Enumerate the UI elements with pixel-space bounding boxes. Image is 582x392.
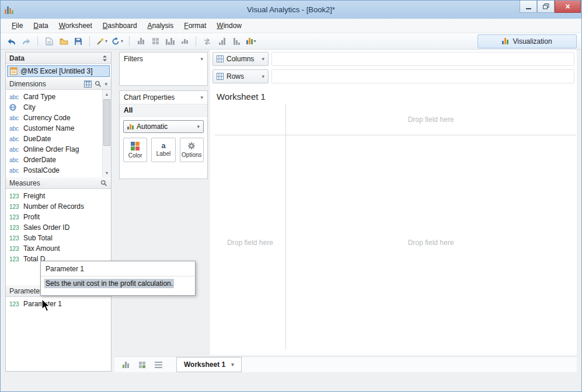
label-button-label: Label xyxy=(156,150,170,157)
datasource-item[interactable]: @MS Excel [Untitled 3] xyxy=(7,65,110,77)
columns-drop-zone[interactable]: Drop field here xyxy=(286,104,576,135)
columns-shelf-droparea[interactable] xyxy=(271,52,574,66)
numeric-field-icon: 123 xyxy=(9,204,21,210)
scroll-up-icon[interactable]: ▲ xyxy=(103,90,111,99)
menu-window[interactable]: Window xyxy=(211,19,247,32)
sheet-sorter-button[interactable] xyxy=(152,359,165,370)
mark-type-value: Automatic xyxy=(137,123,168,131)
sort-ascending-icon xyxy=(219,38,225,45)
text-field-icon: abc xyxy=(9,146,21,153)
save-icon xyxy=(74,37,82,46)
rows-drop-zone[interactable]: Drop field here xyxy=(215,135,285,349)
measure-row[interactable]: 123Profit xyxy=(6,212,111,222)
menu-analysis[interactable]: Analysis xyxy=(142,19,179,32)
search-icon[interactable] xyxy=(100,180,107,187)
sort-descending-button[interactable] xyxy=(230,35,243,48)
measures-header[interactable]: Measures xyxy=(6,177,111,189)
menu-file[interactable]: File xyxy=(6,19,28,32)
rows-label: Rows xyxy=(226,72,244,80)
color-button[interactable]: Color xyxy=(123,138,147,162)
all-label: All xyxy=(124,106,133,114)
duplicate-sheet-button[interactable] xyxy=(163,35,176,48)
redo-button[interactable] xyxy=(20,35,33,48)
dimension-row[interactable]: abcDueDate xyxy=(6,134,111,144)
measure-row[interactable]: 123Number of Records xyxy=(6,201,111,212)
dimension-row[interactable]: abcOrderDate xyxy=(6,155,111,165)
numeric-field-icon: 123 xyxy=(9,235,21,242)
sort-ascending-button[interactable] xyxy=(215,35,228,48)
worksheet-canvas: Drop field here Drop field here Drop fie… xyxy=(215,104,576,349)
highlight-button[interactable]: ▾ xyxy=(245,35,257,48)
dimension-row[interactable]: abcPostalCode xyxy=(6,165,111,176)
toolbar: ▾ ▾ ▾ xyxy=(1,33,581,50)
rows-shelf-droparea[interactable] xyxy=(271,69,574,83)
measure-row[interactable]: 123Tax Amount xyxy=(6,243,111,254)
menu-worksheet[interactable]: Worksheet xyxy=(54,19,97,32)
data-panel-header[interactable]: Data xyxy=(6,52,111,64)
worksheet-tab-label: Worksheet 1 xyxy=(184,360,225,369)
worksheet-tab-caret-icon[interactable]: ▾ xyxy=(231,362,234,368)
new-workbook-button[interactable] xyxy=(43,35,55,48)
text-field-icon: abc xyxy=(9,115,21,121)
chart-add-icon xyxy=(138,38,144,44)
parameter-row[interactable]: 123Parameter 1 xyxy=(6,299,111,309)
new-worksheet-button[interactable] xyxy=(134,35,147,48)
close-button[interactable]: × xyxy=(555,1,581,13)
new-worksheet-tab-button[interactable] xyxy=(119,359,132,370)
main-drop-zone[interactable]: Drop field here xyxy=(286,135,576,349)
shelf-grid-icon xyxy=(217,55,224,62)
mark-type-dropdown[interactable]: Automatic ▾ xyxy=(123,120,204,133)
dimension-row[interactable]: City xyxy=(6,102,111,113)
dimensions-header[interactable]: Dimensions ▾ xyxy=(6,78,111,90)
undo-button[interactable] xyxy=(5,35,18,48)
scrollbar-thumb[interactable] xyxy=(103,99,110,146)
grid-icon xyxy=(152,37,159,45)
chart-properties-header[interactable]: Chart Properties ▾ xyxy=(120,91,207,104)
dimensions-list: abcCard Type City abcCurrency Code abcCu… xyxy=(6,90,111,177)
label-button[interactable]: a Label xyxy=(151,138,175,162)
visualization-toggle-button[interactable]: Visualization xyxy=(478,34,577,48)
chart-properties-menu-caret-icon[interactable]: ▾ xyxy=(200,94,203,100)
minimize-icon xyxy=(526,8,531,9)
open-workbook-button[interactable] xyxy=(57,35,70,48)
rows-shelf-chip[interactable]: Rows ▾ xyxy=(212,69,269,83)
search-icon[interactable] xyxy=(95,80,102,88)
measure-row[interactable]: 123Sub Total xyxy=(6,233,111,243)
dimension-row[interactable]: abcCustomer Name xyxy=(6,123,111,134)
add-data-button[interactable]: ▾ xyxy=(95,35,109,48)
columns-caret-icon: ▾ xyxy=(262,56,264,62)
numeric-field-icon: 123 xyxy=(9,256,21,262)
menu-format[interactable]: Format xyxy=(179,19,211,32)
menu-dashboard[interactable]: Dashboard xyxy=(97,19,142,32)
shelf-grid-icon xyxy=(217,73,224,80)
maximize-button[interactable] xyxy=(537,1,555,13)
app-window: Visual Analytics - [Book2]* × File Data … xyxy=(0,0,582,392)
dimensions-scrollbar[interactable]: ▲ ▼ xyxy=(102,90,111,177)
swap-axes-button[interactable] xyxy=(201,35,214,48)
dimension-row[interactable]: abcCard Type xyxy=(6,92,111,102)
save-button[interactable] xyxy=(72,35,85,48)
dimensions-menu-caret-icon[interactable]: ▾ xyxy=(104,81,107,87)
menu-data[interactable]: Data xyxy=(28,19,53,32)
visualization-icon xyxy=(502,38,508,44)
new-dashboard-tab-button[interactable] xyxy=(135,359,148,370)
dimension-row[interactable]: abcOnline Order Flag xyxy=(6,144,111,155)
columns-shelf-chip[interactable]: Columns ▾ xyxy=(212,52,269,66)
measure-row[interactable]: 123Freight xyxy=(6,191,111,201)
worksheet-tab[interactable]: Worksheet 1 ▾ xyxy=(176,357,242,372)
refresh-data-button[interactable]: ▾ xyxy=(110,35,124,48)
worksheet-title: Worksheet 1 xyxy=(217,92,266,102)
new-dashboard-button[interactable] xyxy=(149,35,162,48)
dimension-row[interactable]: abcCurrency Code xyxy=(6,113,111,123)
minimize-button[interactable] xyxy=(520,1,537,13)
filters-menu-caret-icon[interactable]: ▾ xyxy=(200,56,203,62)
expand-collapse-icon[interactable] xyxy=(102,55,107,62)
measure-row[interactable]: 123Sales Order ID xyxy=(6,222,111,233)
marks-icon xyxy=(246,38,253,44)
view-data-table-icon[interactable] xyxy=(84,80,92,88)
scroll-down-icon[interactable]: ▼ xyxy=(103,169,111,177)
clear-sheet-button[interactable] xyxy=(178,35,191,48)
options-button[interactable]: Options xyxy=(180,138,204,162)
filters-card-header[interactable]: Filters ▾ xyxy=(120,52,207,65)
new-page-icon xyxy=(46,37,53,46)
